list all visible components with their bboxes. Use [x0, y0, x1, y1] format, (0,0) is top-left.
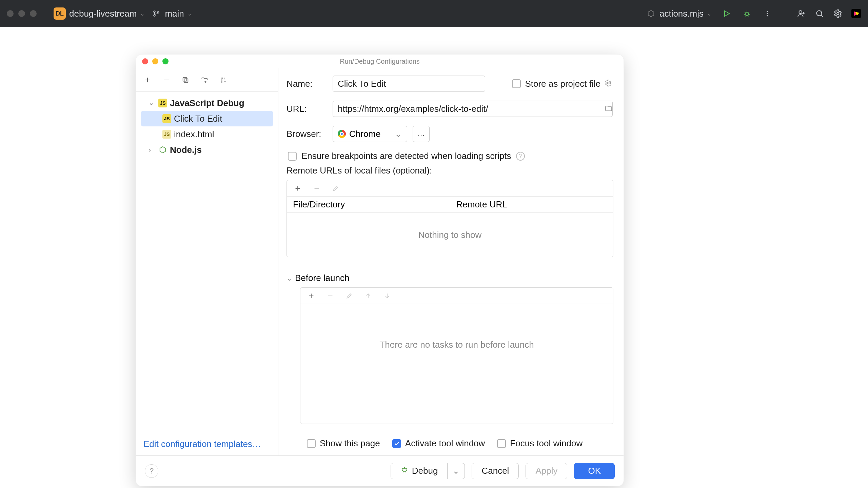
- before-launch-header[interactable]: ⌄ Before launch: [287, 273, 613, 283]
- name-input[interactable]: [333, 76, 485, 92]
- run-debug-configurations-dialog: Run/Debug Configurations: [136, 54, 624, 486]
- svg-point-0: [154, 11, 156, 13]
- dialog-titlebar[interactable]: Run/Debug Configurations: [136, 55, 624, 68]
- debug-dropdown-button[interactable]: ⌄: [447, 463, 465, 479]
- minimize-window-icon[interactable]: [18, 10, 25, 17]
- js-icon: JS: [158, 99, 167, 107]
- tree-group-nodejs[interactable]: › Node.js: [136, 142, 278, 158]
- focus-tool-window-checkbox[interactable]: [497, 439, 506, 448]
- chevron-down-icon: ⌄: [140, 11, 144, 17]
- search-icon[interactable]: [814, 8, 825, 19]
- config-form: Name: Store as project file URL:: [278, 68, 624, 455]
- remove-task-icon: [326, 291, 335, 301]
- edit-templates-link[interactable]: Edit configuration templates…: [136, 433, 278, 455]
- run-config-selector[interactable]: actions.mjs ⌄: [646, 8, 711, 19]
- ensure-breakpoints-label: Ensure breakpoints are detected when loa…: [301, 151, 511, 161]
- bug-icon: [400, 466, 409, 476]
- more-vertical-icon[interactable]: [762, 8, 772, 19]
- store-as-project-file-checkbox[interactable]: [512, 79, 521, 88]
- focus-tool-window-label: Focus tool window: [510, 438, 583, 449]
- ensure-breakpoints-checkbox[interactable]: [288, 152, 297, 161]
- maximize-window-icon[interactable]: [30, 10, 37, 17]
- copy-config-icon[interactable]: [181, 75, 190, 85]
- browser-select[interactable]: Chrome ⌄: [333, 126, 407, 142]
- project-selector[interactable]: DL debug-livestream ⌄: [54, 7, 144, 20]
- add-task-icon[interactable]: [307, 291, 316, 301]
- dialog-window-controls[interactable]: [142, 58, 169, 64]
- cancel-button[interactable]: Cancel: [472, 463, 519, 479]
- cancel-button-label: Cancel: [481, 466, 509, 476]
- help-button[interactable]: ?: [145, 464, 158, 478]
- debug-button-label: Debug: [412, 466, 444, 476]
- tree-item-label: Click To Edit: [174, 114, 222, 124]
- svg-point-5: [745, 12, 749, 16]
- window-controls[interactable]: [7, 10, 37, 17]
- run-config-name: actions.mjs: [659, 8, 704, 19]
- config-tree: ⌄ JS JavaScript Debug JS Click To Edit J…: [136, 92, 278, 433]
- editor-area: Run/Debug Configurations: [0, 27, 868, 488]
- svg-point-1: [154, 15, 156, 16]
- svg-marker-3: [648, 11, 654, 17]
- svg-point-7: [767, 13, 768, 14]
- remove-config-icon[interactable]: [162, 75, 171, 85]
- move-up-icon: [363, 291, 373, 301]
- debug-button[interactable]: Debug ⌄: [391, 463, 465, 479]
- remove-row-icon: [312, 184, 321, 193]
- svg-point-19: [403, 468, 406, 472]
- tree-item-click-to-edit[interactable]: JS Click To Edit: [141, 111, 273, 126]
- dialog-title: Run/Debug Configurations: [340, 58, 420, 65]
- svg-marker-17: [160, 147, 166, 153]
- git-branch-icon: [151, 8, 161, 19]
- ok-button-label: OK: [588, 466, 601, 476]
- tree-item-index-html[interactable]: JS index.html: [136, 126, 278, 142]
- debug-icon[interactable]: [742, 8, 752, 19]
- minimize-icon[interactable]: [152, 58, 158, 64]
- remote-urls-table: File/Directory Remote URL Nothing to sho…: [287, 180, 613, 257]
- js-icon: JS: [162, 114, 171, 123]
- chevron-down-icon: ⌄: [707, 11, 711, 17]
- table-column-file: File/Directory: [287, 199, 450, 210]
- before-launch-table: There are no tasks to run before launch: [300, 287, 613, 424]
- code-with-me-icon[interactable]: [796, 8, 806, 19]
- add-config-icon[interactable]: [143, 75, 152, 85]
- chrome-icon: [338, 130, 346, 138]
- svg-rect-16: [183, 77, 187, 81]
- svg-marker-4: [725, 11, 729, 16]
- settings-icon[interactable]: [833, 8, 843, 19]
- svg-point-6: [767, 11, 768, 12]
- browser-more-button[interactable]: …: [413, 126, 430, 142]
- add-row-icon[interactable]: [293, 184, 302, 193]
- before-launch-label: Before launch: [295, 273, 349, 283]
- edit-task-icon: [344, 291, 354, 301]
- folder-icon[interactable]: [605, 104, 613, 113]
- show-this-page-label: Show this page: [320, 438, 380, 449]
- chevron-down-icon: ⌄: [287, 274, 292, 282]
- tree-group-js-debug[interactable]: ⌄ JS JavaScript Debug: [136, 95, 278, 111]
- chevron-down-icon: ⌄: [452, 466, 460, 476]
- activate-tool-window-checkbox[interactable]: [392, 439, 401, 448]
- browser-value: Chrome: [349, 129, 380, 139]
- project-name: debug-livestream: [69, 8, 137, 19]
- close-icon[interactable]: [142, 58, 148, 64]
- sort-icon[interactable]: [219, 75, 228, 85]
- save-folder-icon[interactable]: [200, 75, 209, 85]
- svg-point-10: [816, 11, 822, 16]
- apply-button-label: Apply: [535, 466, 557, 476]
- ide-logo-icon[interactable]: [851, 8, 861, 19]
- close-window-icon[interactable]: [7, 10, 14, 17]
- nodejs-icon: [158, 145, 167, 154]
- table-empty-text: Nothing to show: [287, 213, 613, 257]
- nodejs-icon: [646, 8, 656, 19]
- zoom-icon[interactable]: [162, 58, 169, 64]
- svg-rect-15: [184, 79, 188, 82]
- show-this-page-checkbox[interactable]: [307, 439, 316, 448]
- run-icon[interactable]: [722, 8, 732, 19]
- help-icon[interactable]: ?: [516, 152, 525, 161]
- url-input[interactable]: [333, 101, 613, 117]
- ok-button[interactable]: OK: [574, 463, 615, 479]
- tree-group-label: JavaScript Debug: [170, 98, 244, 108]
- chevron-down-icon: ⌄: [188, 11, 192, 17]
- gear-icon[interactable]: [605, 79, 613, 88]
- dialog-footer: ? Debug ⌄ Cancel Apply: [136, 455, 624, 486]
- branch-selector[interactable]: main ⌄: [151, 8, 192, 19]
